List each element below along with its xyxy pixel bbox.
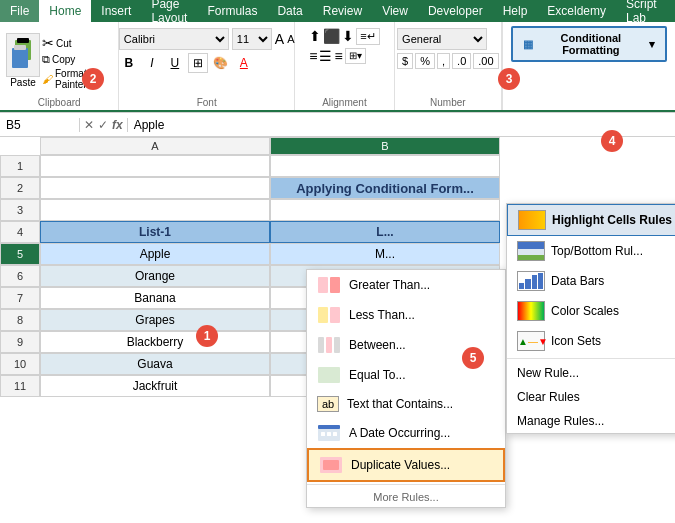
menu-formulas[interactable]: Formulas — [197, 0, 267, 22]
column-headers: A B — [40, 137, 675, 155]
color-scales-item[interactable]: Color Scales ▶ — [507, 296, 675, 326]
row-3: 3 — [0, 199, 40, 221]
table-row: Apple M... — [40, 243, 500, 265]
cell-a3[interactable] — [40, 199, 270, 221]
duplicate-values-icon — [319, 456, 343, 474]
svg-rect-4 — [318, 277, 328, 293]
formula-input[interactable]: Apple — [128, 118, 675, 132]
align-right-button[interactable]: ≡ — [334, 48, 342, 64]
equal-to-icon — [317, 366, 341, 384]
new-rule-item[interactable]: New Rule... — [507, 361, 675, 385]
percent-button[interactable]: % — [415, 53, 435, 69]
insert-function-icon[interactable]: fx — [112, 118, 123, 132]
cell-a10[interactable]: Guava — [40, 353, 270, 375]
align-bottom-button[interactable]: ⬇ — [342, 28, 354, 45]
menu-page-layout[interactable]: Page Layout — [141, 0, 197, 22]
svg-rect-2 — [12, 48, 28, 68]
decrease-decimal-button[interactable]: .0 — [452, 53, 471, 69]
menu-review[interactable]: Review — [313, 0, 372, 22]
badge-1: 1 — [196, 325, 218, 347]
manage-rules-item[interactable]: Manage Rules... — [507, 409, 675, 433]
cancel-formula-icon[interactable]: ✕ — [84, 118, 94, 132]
cf-group: ▦ Conditional Formatting ▾ — [502, 22, 675, 110]
decrease-font-button[interactable]: A — [287, 33, 294, 45]
cell-a5[interactable]: Apple — [40, 243, 270, 265]
color-scales-icon — [517, 301, 545, 321]
top-bottom-item[interactable]: Top/Bottom Rul... ▶ — [507, 236, 675, 266]
help-icon[interactable]: ? — [667, 4, 675, 18]
more-rules-item[interactable]: More Rules... — [307, 487, 505, 507]
clear-rules-item[interactable]: Clear Rules ▶ — [507, 385, 675, 409]
between-icon — [317, 336, 341, 354]
merge-button[interactable]: ⊞▾ — [345, 48, 366, 64]
svg-rect-13 — [318, 425, 340, 429]
align-center-button[interactable]: ☰ — [319, 48, 332, 64]
font-label: Font — [197, 97, 217, 108]
svg-rect-10 — [334, 337, 340, 353]
menu-exceldemy[interactable]: Exceldemy — [537, 0, 616, 22]
wrap-text-button[interactable]: ≡↵ — [356, 28, 379, 45]
copy-button[interactable]: ⧉Copy — [42, 53, 112, 66]
duplicate-values-item[interactable]: Duplicate Values... — [307, 448, 505, 482]
svg-rect-18 — [323, 460, 339, 470]
italic-button[interactable]: I — [142, 53, 162, 73]
menu-home[interactable]: Home — [39, 0, 91, 22]
cell-b1[interactable] — [270, 155, 500, 177]
cell-b5[interactable]: M... — [270, 243, 500, 265]
cell-b3[interactable] — [270, 199, 500, 221]
spreadsheet-area: A B 1 2 3 4 5 6 7 8 9 10 11 — [0, 137, 675, 397]
less-than-item[interactable]: Less Than... — [307, 300, 505, 330]
fill-color-button[interactable]: 🎨 — [211, 53, 231, 73]
cell-a8[interactable]: Grapes — [40, 309, 270, 331]
align-middle-button[interactable]: ⬛ — [323, 28, 340, 45]
menu-scriptlab[interactable]: Script Lab — [616, 0, 667, 22]
date-occurring-item[interactable]: A Date Occurring... — [307, 418, 505, 448]
increase-decimal-button[interactable]: .00 — [473, 53, 498, 69]
menu-data[interactable]: Data — [267, 0, 312, 22]
align-left-button[interactable]: ≡ — [309, 48, 317, 64]
comma-button[interactable]: , — [437, 53, 450, 69]
cell-b2[interactable]: Applying Conditional Form... — [270, 177, 500, 199]
cell-a7[interactable]: Banana — [40, 287, 270, 309]
text-contains-item[interactable]: ab Text that Contains... — [307, 390, 505, 418]
currency-button[interactable]: $ — [397, 53, 413, 69]
cell-a4[interactable]: List-1 — [40, 221, 270, 243]
align-top-button[interactable]: ⬆ — [309, 28, 321, 45]
row-8: 8 — [0, 309, 40, 331]
cell-b4[interactable]: L... — [270, 221, 500, 243]
number-group: General $ % , .0 .00 Number — [395, 22, 502, 110]
highlight-cells-item[interactable]: Highlight Cells Rules ▶ — [507, 204, 675, 236]
number-format-select[interactable]: General — [397, 28, 487, 50]
row-4: 4 — [0, 221, 40, 243]
cell-a11[interactable]: Jackfruit — [40, 375, 270, 397]
top-bottom-icon — [517, 241, 545, 261]
increase-font-button[interactable]: A — [275, 31, 284, 47]
cell-reference[interactable]: B5 — [0, 118, 80, 132]
paste-button[interactable] — [6, 33, 40, 77]
menu-insert[interactable]: Insert — [91, 0, 141, 22]
svg-rect-9 — [326, 337, 332, 353]
underline-button[interactable]: U — [165, 53, 185, 73]
row-headers: 1 2 3 4 5 6 7 8 9 10 11 — [0, 155, 40, 397]
confirm-formula-icon[interactable]: ✓ — [98, 118, 108, 132]
bold-button[interactable]: B — [119, 53, 139, 73]
data-bars-item[interactable]: Data Bars ▶ — [507, 266, 675, 296]
font-name-select[interactable]: Calibri — [119, 28, 229, 50]
menu-developer[interactable]: Developer — [418, 0, 493, 22]
formula-bar: B5 ✕ ✓ fx Apple — [0, 113, 675, 137]
cell-a2[interactable] — [40, 177, 270, 199]
conditional-formatting-button[interactable]: ▦ Conditional Formatting ▾ — [511, 26, 667, 62]
less-than-icon — [317, 306, 341, 324]
menu-help[interactable]: Help — [493, 0, 538, 22]
font-size-select[interactable]: 11 — [232, 28, 272, 50]
cell-a1[interactable] — [40, 155, 270, 177]
greater-than-item[interactable]: Greater Than... — [307, 270, 505, 300]
cut-button[interactable]: ✂Cut — [42, 35, 112, 51]
menu-file[interactable]: File — [0, 0, 39, 22]
menu-view[interactable]: View — [372, 0, 418, 22]
cell-a9[interactable]: Blackberry — [40, 331, 270, 353]
cell-a6[interactable]: Orange — [40, 265, 270, 287]
icon-sets-item[interactable]: ▲ — ▼ Icon Sets ▶ — [507, 326, 675, 356]
font-color-button[interactable]: A — [234, 53, 254, 73]
border-button[interactable]: ⊞ — [188, 53, 208, 73]
